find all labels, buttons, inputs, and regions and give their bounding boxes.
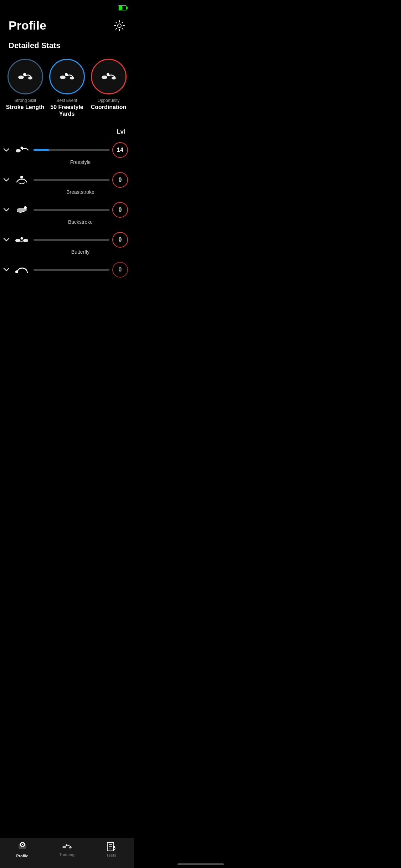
- svg-point-12: [112, 77, 116, 79]
- turn-row: 0: [0, 258, 134, 279]
- backstroke-progress-bar: [34, 209, 109, 211]
- turn-level-badge: 0: [112, 262, 128, 278]
- backstroke-chevron[interactable]: [3, 206, 10, 213]
- breaststroke-label: Breaststroke: [27, 189, 134, 198]
- strong-skill-card: Strong Skill Stroke Length: [6, 59, 45, 110]
- butterfly-level-badge: 0: [112, 232, 128, 248]
- backstroke-row: 0: [0, 198, 134, 219]
- freestyle-row-container: 14 Freestyle: [0, 138, 134, 168]
- skill-cards-row: Strong Skill Stroke Length Best Event 50…: [0, 59, 134, 129]
- butterfly-progress-bar: [34, 239, 109, 241]
- turn-row-container: 0: [0, 258, 134, 279]
- butterfly-label: Butterfly: [27, 249, 134, 258]
- svg-point-10: [102, 76, 107, 79]
- svg-point-13: [16, 149, 21, 153]
- freestyle-row: 14: [0, 138, 134, 159]
- best-event-label: Best Event: [56, 98, 77, 103]
- best-event-value: 50 Freestyle Yards: [47, 104, 87, 117]
- lvl-label: Lvl: [117, 129, 125, 135]
- turn-progress-bar: [34, 269, 109, 271]
- freestyle-level-badge: 14: [112, 142, 128, 158]
- main-content: Profile Detailed Stats Strong Skill Stro…: [0, 0, 134, 315]
- svg-point-20: [21, 237, 23, 240]
- butterfly-icon: [14, 235, 30, 245]
- best-event-circle: [49, 59, 85, 94]
- butterfly-chevron[interactable]: [3, 236, 10, 243]
- breaststroke-level-badge: 0: [112, 172, 128, 188]
- opportunity-value: Coordination: [91, 104, 127, 110]
- turn-icon: [14, 265, 30, 275]
- freestyle-chevron[interactable]: [3, 146, 10, 154]
- backstroke-icon: [14, 205, 30, 215]
- freestyle-icon-wrap: [13, 145, 31, 155]
- svg-point-21: [15, 270, 18, 273]
- opportunity-icon: [99, 71, 119, 82]
- svg-point-3: [118, 24, 121, 27]
- breaststroke-progress-bar: [34, 179, 109, 181]
- strong-skill-icon: [15, 71, 35, 82]
- freestyle-label: Freestyle: [27, 159, 134, 168]
- best-event-card: Best Event 50 Freestyle Yards: [47, 59, 87, 117]
- header: Profile: [0, 16, 134, 38]
- opportunity-card: Opportunity Coordination: [89, 59, 128, 110]
- best-event-icon: [57, 71, 77, 82]
- strong-skill-label: Strong Skill: [14, 98, 36, 103]
- freestyle-progress-fill: [34, 149, 49, 151]
- opportunity-circle: [91, 59, 127, 94]
- page-title: Profile: [9, 19, 46, 32]
- svg-point-17: [24, 206, 27, 209]
- backstroke-label: Backstroke: [27, 219, 134, 228]
- turn-icon-wrap: [13, 265, 31, 275]
- breaststroke-row-container: 0 Breaststroke: [0, 168, 134, 198]
- turn-chevron[interactable]: [3, 266, 10, 273]
- svg-point-7: [60, 76, 66, 79]
- backstroke-icon-wrap: [13, 205, 31, 215]
- lvl-header: Lvl: [0, 129, 134, 138]
- status-bar: [0, 0, 134, 16]
- svg-point-6: [28, 77, 32, 79]
- strong-skill-circle: [7, 59, 43, 94]
- strong-skill-value: Stroke Length: [6, 104, 45, 110]
- breaststroke-icon: [14, 175, 30, 185]
- svg-point-4: [18, 76, 24, 79]
- svg-rect-2: [127, 7, 128, 9]
- detailed-stats-header: Detailed Stats: [0, 38, 134, 59]
- freestyle-icon: [14, 145, 30, 155]
- butterfly-row: 0: [0, 228, 134, 249]
- stroke-list: 14 Freestyle: [0, 138, 134, 279]
- svg-point-15: [20, 176, 23, 179]
- butterfly-row-container: 0 Butterfly: [0, 228, 134, 258]
- battery-icon: [118, 5, 128, 10]
- backstroke-row-container: 0 Backstroke: [0, 198, 134, 228]
- svg-rect-1: [119, 6, 122, 10]
- breaststroke-row: 0: [0, 168, 134, 189]
- butterfly-icon-wrap: [13, 235, 31, 245]
- gear-icon[interactable]: [114, 20, 125, 31]
- freestyle-progress-bar: [34, 149, 109, 151]
- opportunity-label: Opportunity: [97, 98, 119, 103]
- breaststroke-icon-wrap: [13, 175, 31, 185]
- breaststroke-chevron[interactable]: [3, 176, 10, 184]
- backstroke-level-badge: 0: [112, 202, 128, 218]
- svg-point-9: [70, 77, 74, 79]
